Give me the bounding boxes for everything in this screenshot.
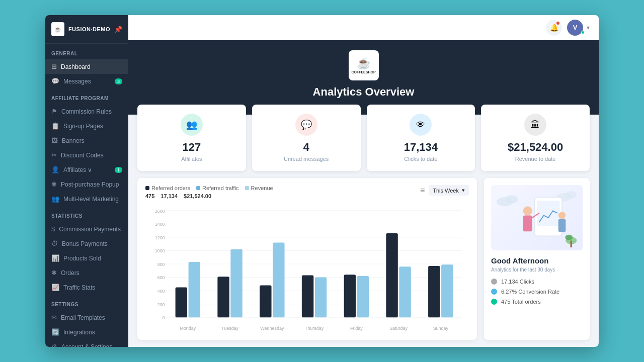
sidebar-item-label: Post-purchase Popup [61, 181, 119, 188]
sidebar-item-traffic-stats[interactable]: 📈 Traffic Stats [45, 280, 128, 295]
bar-light-3[interactable] [315, 278, 327, 318]
legend-dot-traffic [196, 186, 200, 190]
sidebar-item-post-purchase-popup[interactable]: ✱ Post-purchase Popup [45, 177, 128, 192]
bar-dark-0[interactable] [176, 288, 187, 318]
sidebar-item-label: Banners [62, 137, 85, 144]
analytics-item-text-2: 475 Total orders [501, 299, 541, 305]
bar-light-1[interactable] [230, 249, 242, 317]
avatar-button[interactable]: V [567, 20, 583, 36]
bar-light-4[interactable] [357, 276, 369, 317]
x-label-0: Monday [180, 326, 196, 331]
svg-point-1 [505, 195, 518, 203]
sidebar-item-label: Email Templates [61, 314, 105, 321]
x-label-5: Saturday [389, 326, 408, 331]
sidebar-item-dashboard[interactable]: ⊟ Dashboard [45, 59, 128, 74]
panel-illustration [491, 185, 583, 250]
sidebar-item-commission-payments[interactable]: $ Commission Payments [45, 222, 128, 236]
sidebar-item-integrations[interactable]: 🔄 Integrations [45, 325, 128, 339]
analytics-item-text-0: 17,134 Clicks [501, 279, 534, 285]
chart-filter-dropdown[interactable]: This Week ▾ [429, 185, 469, 196]
sidebar-item-icon: ⚙ [51, 343, 57, 347]
sidebar-section-title: Statistics [45, 206, 128, 222]
sidebar-item-bonus-payments[interactable]: ⏱ Bonus Payments [45, 236, 128, 251]
chart-panel: Referred orders Referred traffic Revenue [137, 178, 477, 340]
sidebar-item-email-templates[interactable]: ✉ Email Templates [45, 310, 128, 325]
bar-light-5[interactable] [399, 266, 411, 317]
legend-traffic-label: Referred traffic [202, 185, 239, 191]
bar-light-0[interactable] [189, 262, 200, 317]
analytics-item-text-1: 6.27% Conversion Rate [501, 289, 559, 295]
sidebar-item-icon: 👤 [51, 166, 59, 173]
sidebar-item-label: Products Sold [63, 255, 101, 262]
legend-revenue: Revenue [245, 185, 273, 191]
avatar-dropdown-icon[interactable]: ▾ [587, 24, 590, 31]
sidebar-item-commission-rules[interactable]: ⚑ Commission Rules [45, 104, 128, 119]
sidebar-item-affiliates-[interactable]: 👤 Affiliates ∨1 [45, 162, 128, 177]
legend-dot-revenue [245, 186, 249, 190]
sidebar-section-title: Affiliate program [45, 88, 128, 104]
sidebar-item-icon: ✱ [51, 180, 57, 188]
sidebar-logo: ☕ FUSION·DEMO 📌 [45, 15, 128, 44]
avatar-status-dot [581, 31, 585, 34]
hero-banner: ☕ COFFEESHOP Analytics Overview [128, 40, 599, 115]
sidebar-item-orders[interactable]: ✱ Orders [45, 265, 128, 280]
sidebar-item-label: Traffic Stats [63, 284, 95, 291]
sidebar-item-account--settings[interactable]: ⚙ Account & Settings [45, 339, 128, 347]
bar-light-2[interactable] [273, 243, 284, 318]
sidebar-item-icon: ✱ [51, 269, 57, 277]
sidebar-item-label: Affiliates ∨ [63, 166, 92, 173]
notification-dot [556, 22, 559, 25]
chart-area: 16001400120010008006004002000MondayTuesd… [145, 204, 469, 333]
sidebar-item-label: Account & Settings [61, 343, 112, 347]
legend-referred-label: Referred orders [151, 185, 190, 191]
sidebar-item-icon: ✉ [51, 314, 57, 321]
sidebar-item-products-sold[interactable]: 📊 Products Sold [45, 251, 128, 265]
hero-title: Analytics Overview [313, 85, 415, 99]
x-label-1: Tuesday [221, 326, 239, 331]
sidebar-item-icon: 👥 [51, 195, 59, 203]
bar-dark-3[interactable] [302, 276, 313, 318]
sidebar-item-icon: $ [51, 225, 55, 233]
sidebar-item-multi-level-marketing[interactable]: 👥 Multi-level Marketing [45, 192, 128, 206]
stat-card-0: 👥 127 Affiliates [137, 105, 246, 171]
svg-point-12 [565, 235, 573, 240]
logo-icon: ☕ [51, 22, 64, 36]
sidebar-badge: 1 [115, 167, 122, 173]
stat-card-1: 💬 4 Unread messages [252, 105, 361, 171]
y-label-8: 0 [163, 315, 165, 320]
bar-dark-1[interactable] [217, 277, 229, 317]
sidebar: ☕ FUSION·DEMO 📌 General⊟ Dashboard💬 Mess… [45, 15, 128, 347]
x-label-4: Friday [350, 326, 363, 331]
sidebar-pin-icon[interactable]: 📌 [114, 26, 122, 33]
y-label-2: 1200 [155, 235, 165, 240]
app-container: ☕ FUSION·DEMO 📌 General⊟ Dashboard💬 Mess… [45, 15, 599, 347]
chart-menu-icon[interactable]: ≡ [420, 186, 425, 195]
sidebar-item-label: Commission Payments [59, 226, 121, 233]
sidebar-item-icon: 📋 [51, 122, 59, 130]
sidebar-item-icon: 🖼 [51, 137, 58, 144]
sidebar-item-banners[interactable]: 🖼 Banners [45, 133, 128, 148]
sidebar-item-label: Messages [63, 78, 91, 85]
sidebar-item-icon: ⏱ [51, 240, 58, 247]
analytics-dot-2 [491, 299, 497, 305]
stat-label-0: Affiliates [181, 156, 202, 162]
bar-dark-5[interactable] [386, 233, 397, 317]
revenue-value: $21,524.00 [184, 193, 211, 199]
bar-light-6[interactable] [441, 264, 453, 317]
sidebar-item-icon: 📈 [51, 284, 59, 291]
bar-dark-6[interactable] [428, 266, 440, 317]
stat-icon-1: 💬 [295, 114, 317, 136]
bar-dark-4[interactable] [344, 275, 356, 317]
dashboard-main: Referred orders Referred traffic Revenue [128, 171, 599, 347]
sidebar-item-sign-up-pages[interactable]: 📋 Sign-up Pages [45, 119, 128, 133]
notification-button[interactable]: 🔔 [546, 20, 562, 36]
analytics-dot-1 [491, 289, 497, 295]
svg-point-6 [523, 206, 532, 215]
sidebar-item-discount-codes[interactable]: ✂ Discount Codes [45, 148, 128, 162]
main-content: 🔔 V ▾ ☕ COFFEESHOP Analytics Overview [128, 15, 599, 347]
dashboard-body: ☕ COFFEESHOP Analytics Overview 👥 127 Af… [128, 40, 599, 347]
chart-svg: 16001400120010008006004002000MondayTuesd… [145, 204, 469, 333]
sidebar-item-messages[interactable]: 💬 Messages3 [45, 74, 128, 88]
bar-dark-2[interactable] [260, 286, 271, 318]
sidebar-item-label: Discount Codes [61, 152, 104, 159]
